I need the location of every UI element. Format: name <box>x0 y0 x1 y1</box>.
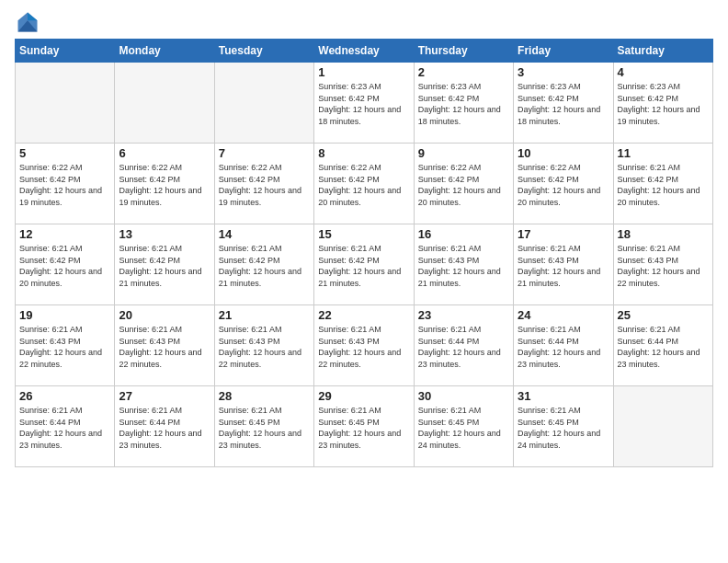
calendar-cell <box>16 63 115 144</box>
calendar-cell: 7Sunrise: 6:22 AMSunset: 6:42 PMDaylight… <box>214 144 313 224</box>
calendar-cell: 3Sunrise: 6:23 AMSunset: 6:42 PMDaylight… <box>514 63 613 144</box>
calendar-cell: 21Sunrise: 6:21 AMSunset: 6:43 PMDayligh… <box>214 305 313 386</box>
day-number: 18 <box>618 227 709 241</box>
day-info: Sunrise: 6:22 AMSunset: 6:42 PMDaylight:… <box>19 162 110 208</box>
col-header-thursday: Thursday <box>414 40 513 63</box>
day-info: Sunrise: 6:21 AMSunset: 6:43 PMDaylight:… <box>418 243 509 289</box>
calendar-cell: 26Sunrise: 6:21 AMSunset: 6:44 PMDayligh… <box>16 386 115 467</box>
day-info: Sunrise: 6:21 AMSunset: 6:43 PMDaylight:… <box>19 324 110 370</box>
calendar-cell: 29Sunrise: 6:21 AMSunset: 6:45 PMDayligh… <box>314 386 414 467</box>
day-number: 2 <box>418 65 509 79</box>
day-number: 7 <box>219 146 310 160</box>
day-number: 13 <box>119 227 210 241</box>
day-number: 24 <box>518 308 609 322</box>
logo <box>15 9 44 35</box>
day-info: Sunrise: 6:21 AMSunset: 6:45 PMDaylight:… <box>418 405 509 451</box>
day-info: Sunrise: 6:21 AMSunset: 6:45 PMDaylight:… <box>518 405 609 451</box>
day-number: 12 <box>19 227 110 241</box>
day-number: 17 <box>518 227 609 241</box>
day-info: Sunrise: 6:21 AMSunset: 6:43 PMDaylight:… <box>219 324 310 370</box>
day-number: 22 <box>318 308 409 322</box>
calendar-cell: 8Sunrise: 6:22 AMSunset: 6:42 PMDaylight… <box>314 144 414 224</box>
day-number: 30 <box>418 389 509 403</box>
day-info: Sunrise: 6:22 AMSunset: 6:42 PMDaylight:… <box>219 162 310 208</box>
day-info: Sunrise: 6:22 AMSunset: 6:42 PMDaylight:… <box>119 162 210 208</box>
col-header-monday: Monday <box>115 40 214 63</box>
day-number: 10 <box>518 146 609 160</box>
day-info: Sunrise: 6:21 AMSunset: 6:44 PMDaylight:… <box>19 405 110 451</box>
day-info: Sunrise: 6:22 AMSunset: 6:42 PMDaylight:… <box>418 162 509 208</box>
day-info: Sunrise: 6:21 AMSunset: 6:42 PMDaylight:… <box>618 162 709 208</box>
day-info: Sunrise: 6:21 AMSunset: 6:43 PMDaylight:… <box>518 243 609 289</box>
day-info: Sunrise: 6:23 AMSunset: 6:42 PMDaylight:… <box>518 81 609 127</box>
calendar-cell: 5Sunrise: 6:22 AMSunset: 6:42 PMDaylight… <box>16 144 115 224</box>
calendar-header-row: SundayMondayTuesdayWednesdayThursdayFrid… <box>16 40 713 63</box>
calendar-week-row: 5Sunrise: 6:22 AMSunset: 6:42 PMDaylight… <box>16 144 713 224</box>
calendar-cell: 22Sunrise: 6:21 AMSunset: 6:43 PMDayligh… <box>314 305 414 386</box>
day-info: Sunrise: 6:21 AMSunset: 6:45 PMDaylight:… <box>318 405 409 451</box>
calendar-cell: 14Sunrise: 6:21 AMSunset: 6:42 PMDayligh… <box>214 224 313 305</box>
calendar-cell <box>214 63 313 144</box>
calendar-cell: 27Sunrise: 6:21 AMSunset: 6:44 PMDayligh… <box>115 386 214 467</box>
col-header-saturday: Saturday <box>613 40 712 63</box>
day-number: 28 <box>219 389 310 403</box>
day-info: Sunrise: 6:22 AMSunset: 6:42 PMDaylight:… <box>518 162 609 208</box>
calendar-table: SundayMondayTuesdayWednesdayThursdayFrid… <box>15 39 713 467</box>
day-number: 9 <box>418 146 509 160</box>
calendar-cell: 18Sunrise: 6:21 AMSunset: 6:43 PMDayligh… <box>613 224 712 305</box>
calendar-cell: 16Sunrise: 6:21 AMSunset: 6:43 PMDayligh… <box>414 224 513 305</box>
day-number: 14 <box>219 227 310 241</box>
day-info: Sunrise: 6:21 AMSunset: 6:42 PMDaylight:… <box>219 243 310 289</box>
calendar-week-row: 12Sunrise: 6:21 AMSunset: 6:42 PMDayligh… <box>16 224 713 305</box>
calendar-cell: 9Sunrise: 6:22 AMSunset: 6:42 PMDaylight… <box>414 144 513 224</box>
day-number: 23 <box>418 308 509 322</box>
day-number: 19 <box>19 308 110 322</box>
day-number: 11 <box>618 146 709 160</box>
day-number: 27 <box>119 389 210 403</box>
day-info: Sunrise: 6:21 AMSunset: 6:43 PMDaylight:… <box>618 243 709 289</box>
calendar-cell: 15Sunrise: 6:21 AMSunset: 6:42 PMDayligh… <box>314 224 414 305</box>
day-info: Sunrise: 6:21 AMSunset: 6:44 PMDaylight:… <box>618 324 709 370</box>
calendar-cell: 12Sunrise: 6:21 AMSunset: 6:42 PMDayligh… <box>16 224 115 305</box>
calendar-cell: 11Sunrise: 6:21 AMSunset: 6:42 PMDayligh… <box>613 144 712 224</box>
calendar-cell: 25Sunrise: 6:21 AMSunset: 6:44 PMDayligh… <box>613 305 712 386</box>
day-info: Sunrise: 6:21 AMSunset: 6:44 PMDaylight:… <box>418 324 509 370</box>
col-header-friday: Friday <box>514 40 613 63</box>
day-number: 6 <box>119 146 210 160</box>
day-number: 1 <box>318 65 409 79</box>
calendar-cell: 19Sunrise: 6:21 AMSunset: 6:43 PMDayligh… <box>16 305 115 386</box>
calendar-week-row: 26Sunrise: 6:21 AMSunset: 6:44 PMDayligh… <box>16 386 713 467</box>
day-info: Sunrise: 6:23 AMSunset: 6:42 PMDaylight:… <box>318 81 409 127</box>
col-header-sunday: Sunday <box>16 40 115 63</box>
day-info: Sunrise: 6:21 AMSunset: 6:42 PMDaylight:… <box>318 243 409 289</box>
day-number: 4 <box>618 65 709 79</box>
day-info: Sunrise: 6:23 AMSunset: 6:42 PMDaylight:… <box>418 81 509 127</box>
day-info: Sunrise: 6:21 AMSunset: 6:43 PMDaylight:… <box>119 324 210 370</box>
calendar-cell: 28Sunrise: 6:21 AMSunset: 6:45 PMDayligh… <box>214 386 313 467</box>
day-number: 26 <box>19 389 110 403</box>
day-info: Sunrise: 6:21 AMSunset: 6:43 PMDaylight:… <box>318 324 409 370</box>
day-number: 21 <box>219 308 310 322</box>
day-number: 5 <box>19 146 110 160</box>
calendar-cell: 31Sunrise: 6:21 AMSunset: 6:45 PMDayligh… <box>514 386 613 467</box>
day-info: Sunrise: 6:21 AMSunset: 6:42 PMDaylight:… <box>19 243 110 289</box>
day-info: Sunrise: 6:22 AMSunset: 6:42 PMDaylight:… <box>318 162 409 208</box>
day-number: 15 <box>318 227 409 241</box>
day-info: Sunrise: 6:21 AMSunset: 6:44 PMDaylight:… <box>518 324 609 370</box>
calendar-cell <box>115 63 214 144</box>
calendar-cell: 6Sunrise: 6:22 AMSunset: 6:42 PMDaylight… <box>115 144 214 224</box>
calendar-cell: 30Sunrise: 6:21 AMSunset: 6:45 PMDayligh… <box>414 386 513 467</box>
logo-icon <box>15 9 40 35</box>
day-number: 16 <box>418 227 509 241</box>
calendar-cell: 1Sunrise: 6:23 AMSunset: 6:42 PMDaylight… <box>314 63 414 144</box>
day-info: Sunrise: 6:23 AMSunset: 6:42 PMDaylight:… <box>618 81 709 127</box>
calendar-cell: 13Sunrise: 6:21 AMSunset: 6:42 PMDayligh… <box>115 224 214 305</box>
page: SundayMondayTuesdayWednesdayThursdayFrid… <box>0 0 728 563</box>
day-info: Sunrise: 6:21 AMSunset: 6:45 PMDaylight:… <box>219 405 310 451</box>
calendar-cell: 23Sunrise: 6:21 AMSunset: 6:44 PMDayligh… <box>414 305 513 386</box>
day-number: 31 <box>518 389 609 403</box>
calendar-cell: 2Sunrise: 6:23 AMSunset: 6:42 PMDaylight… <box>414 63 513 144</box>
header <box>15 9 713 35</box>
day-number: 8 <box>318 146 409 160</box>
day-info: Sunrise: 6:21 AMSunset: 6:42 PMDaylight:… <box>119 243 210 289</box>
